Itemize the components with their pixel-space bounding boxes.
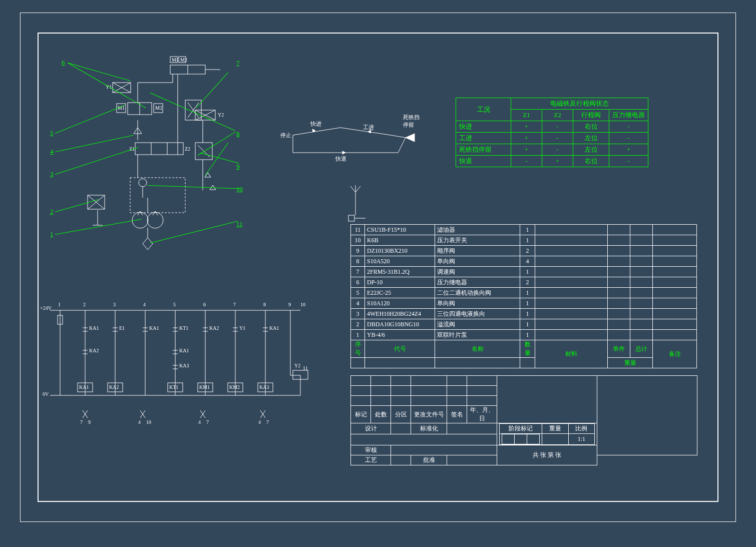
- label-Y2: Y2: [218, 112, 224, 118]
- coil-KA1: KA1: [79, 384, 89, 390]
- balloon-7: 7: [236, 59, 240, 67]
- ph-uw: 单件: [608, 340, 630, 358]
- col-6: 6: [203, 302, 206, 307]
- svg-point-21: [147, 212, 163, 228]
- tb-zone: 分区: [391, 406, 411, 423]
- tb-mark: 标记: [351, 406, 371, 423]
- svg-line-40: [398, 138, 406, 153]
- tb-approve: 批准: [411, 455, 447, 465]
- ph-wt: 重量: [608, 358, 653, 368]
- col-9: 9: [288, 302, 291, 307]
- parts-row: 11CSU1B-F15*10滤油器1: [351, 225, 697, 235]
- cond-row: 死铁挡停留+-左位+: [456, 144, 648, 156]
- parts-row: 72FRM5-31B1.2Q调速阀1: [351, 267, 697, 277]
- coil-KA3: KA3: [259, 384, 269, 390]
- parts-row: 9DZ10130BX210顺序阀2: [351, 246, 697, 256]
- balloon-6: 6: [62, 59, 65, 67]
- hydraulic-schematic: M1 M2 Y1 Y2 M1 M2 Z1 Z2: [58, 55, 263, 255]
- ph-no: 序号: [351, 340, 365, 358]
- c-KA1c: KA1: [269, 325, 279, 331]
- balloon-8: 8: [236, 130, 240, 138]
- fn-7: 4: [258, 419, 261, 425]
- parts-row: 34WEH10H20BG24Z4三位四通电液换向1: [351, 309, 697, 319]
- col-11: 11: [303, 365, 308, 371]
- ph-name: 名称: [435, 340, 520, 358]
- parts-row: 1YB-4/6双联叶片泵1: [351, 330, 697, 340]
- ph-rm: 备注: [653, 340, 697, 368]
- c-KA1b: KA1: [149, 325, 159, 331]
- label-M2box: M2: [180, 57, 187, 63]
- cond-row: 工进+-左位-: [456, 133, 648, 144]
- label-M2: M2: [155, 105, 162, 111]
- fn-3: 4: [138, 419, 141, 425]
- fn-4: 10: [146, 419, 151, 425]
- c-KT1: KT1: [179, 325, 188, 331]
- col-4: 4: [143, 302, 146, 307]
- coil-KM1: KM1: [199, 384, 210, 390]
- c-KA2: KA2: [209, 325, 219, 331]
- balloon-5: 5: [50, 129, 54, 137]
- tb-review: 审核: [351, 445, 391, 455]
- cycle-stop: 停止: [280, 132, 291, 139]
- tb-qty: 处数: [371, 406, 391, 423]
- balloon-3: 3: [50, 170, 54, 178]
- svg-point-18: [139, 179, 147, 187]
- hydraulic-svg: [58, 55, 263, 265]
- parts-row: 8S10A520单向阀4: [351, 256, 697, 267]
- cond-col-z2: Z2: [542, 110, 573, 121]
- parts-row: 5E22JC-25二位二通机动换向阀1: [351, 288, 697, 298]
- c-KA1a: KA1: [89, 325, 99, 331]
- svg-rect-25: [130, 178, 185, 213]
- ph-tw: 总计: [630, 340, 653, 358]
- parts-row: 2DBDA10G10BNG10溢流阀1: [351, 319, 697, 330]
- tb-scaleval: 1:1: [568, 434, 594, 445]
- cond-rowhdr: 工况: [456, 98, 511, 121]
- tb-date: 年、月、日: [467, 406, 497, 423]
- fn-6: 7: [206, 419, 209, 425]
- col-2: 2: [83, 302, 86, 307]
- parts-row: 6DP-10压力继电器2: [351, 277, 697, 288]
- cycle-diagram: 停止 快进 工进 死铁挡停留 快退: [280, 113, 421, 168]
- cycle-dead: 死铁挡停留: [403, 114, 421, 129]
- svg-rect-42: [348, 215, 354, 221]
- fn-8: 7: [266, 419, 269, 425]
- cycle-rapidfwd: 快进: [310, 120, 321, 128]
- coil-KM2: KM2: [229, 384, 240, 390]
- tb-chgdoc: 更改文件号: [411, 406, 447, 423]
- ph-code: 代号: [365, 340, 435, 358]
- balloon-1: 1: [50, 230, 54, 238]
- svg-line-37: [391, 135, 406, 138]
- c-Y1: Y1: [239, 325, 245, 331]
- tb-scale: 比例: [568, 424, 594, 434]
- cycle-rapidback: 快退: [335, 155, 346, 163]
- tb-sign: 签名: [447, 406, 467, 423]
- tb-design: 设计: [351, 423, 391, 434]
- ph-mat: 材料: [535, 340, 608, 368]
- c-E1: E1: [119, 325, 125, 331]
- rail-bot: 0V: [43, 391, 49, 397]
- tb-weight: 重量: [542, 424, 568, 434]
- parts-row: 10K6B压力表开关1: [351, 235, 697, 246]
- col-3: 3: [113, 302, 116, 307]
- balloon-10: 10: [236, 185, 243, 193]
- col-1: 1: [58, 302, 61, 307]
- cycle-workfwd: 工进: [363, 124, 374, 131]
- svg-rect-13: [135, 143, 183, 155]
- label-Z2: Z2: [185, 146, 190, 152]
- tb-sheet: 共 张 第 张: [497, 445, 597, 465]
- c-KA3: KA3: [179, 363, 189, 368]
- cond-row: 快退-+右位-: [456, 156, 648, 167]
- cond-col-z1: Z1: [511, 110, 542, 121]
- col-8: 8: [263, 302, 266, 307]
- label-M1box: M1: [172, 57, 179, 63]
- tb-tech: 工艺: [351, 455, 391, 465]
- balloon-2: 2: [50, 208, 54, 216]
- c-KA2b: KA2: [89, 348, 99, 353]
- balloon-9: 9: [236, 163, 240, 171]
- col-10: 10: [300, 302, 305, 307]
- svg-line-35: [293, 128, 340, 135]
- ground-symbol: [345, 185, 365, 230]
- fn-1: 7: [80, 419, 83, 425]
- coil-KT1: KT1: [169, 384, 178, 390]
- cond-col-travel: 行程阀: [573, 110, 609, 121]
